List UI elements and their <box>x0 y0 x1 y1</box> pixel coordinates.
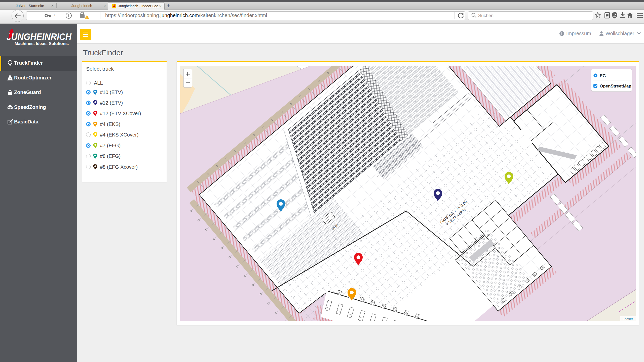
svg-text:Machines. Ideas. Solutions.: Machines. Ideas. Solutions. <box>15 41 69 46</box>
svg-text:JUNGHEINRICH: JUNGHEINRICH <box>7 32 72 42</box>
svg-text:OpenStreetMap: OpenStreetMap <box>600 84 631 88</box>
svg-text:Leaflet: Leaflet <box>623 317 633 321</box>
svg-text:EG: EG <box>600 73 606 78</box>
